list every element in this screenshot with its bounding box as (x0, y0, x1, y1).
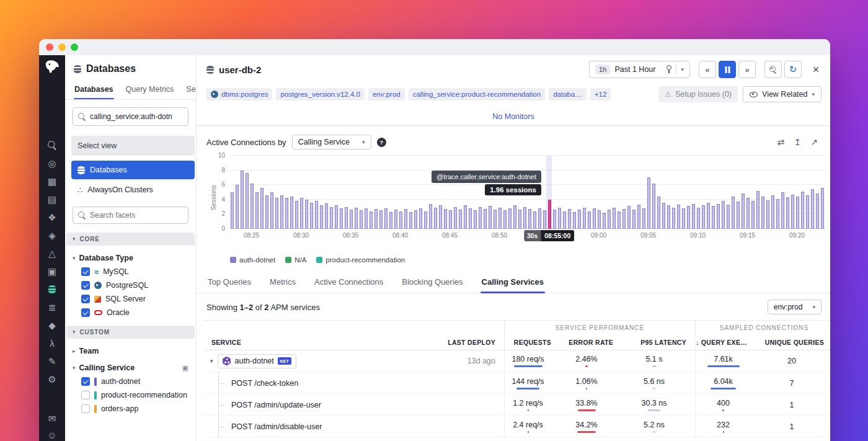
chart-bar[interactable] (618, 212, 621, 229)
ci-icon[interactable]: ▣ (46, 266, 58, 276)
chart-bar[interactable] (662, 203, 665, 229)
chart-bar[interactable] (613, 208, 616, 229)
tab-metrics[interactable]: Metrics (268, 272, 297, 293)
chart-bar[interactable] (806, 195, 809, 229)
dashboards-icon[interactable]: ▦ (46, 176, 58, 186)
chart-bar[interactable] (513, 205, 516, 229)
chart-bar[interactable] (622, 209, 626, 229)
chart-bar[interactable] (821, 188, 824, 229)
chart-bar[interactable] (811, 189, 814, 229)
facet-item[interactable]: ≈MySQL (81, 267, 188, 276)
chart-bar[interactable] (285, 198, 288, 229)
chart-bar[interactable] (771, 195, 774, 229)
column-header-p95-latency[interactable]: P95 LATENCY (622, 334, 695, 350)
chart-bar[interactable] (766, 200, 769, 229)
chart-bar[interactable] (360, 210, 363, 229)
checkbox[interactable] (81, 295, 90, 303)
chart-bar[interactable] (558, 208, 561, 229)
chart-bar[interactable] (756, 191, 760, 229)
chart-bar[interactable] (320, 205, 323, 229)
chart-bar[interactable] (761, 197, 764, 229)
facet-item[interactable]: orders-app (81, 404, 188, 413)
chart-bar[interactable] (498, 208, 502, 229)
chart-bar[interactable] (325, 203, 328, 229)
tab-top-queries[interactable]: Top Queries (206, 272, 252, 293)
endpoint-name[interactable]: POST /check-token (231, 379, 298, 388)
chart-bar[interactable] (727, 205, 730, 229)
chart-bar[interactable] (588, 212, 591, 229)
close-panel-button[interactable]: × (809, 63, 823, 76)
fullscreen-icon[interactable]: ↗ (810, 137, 818, 147)
chart-bar[interactable] (717, 204, 720, 229)
infrastructure-icon[interactable]: ❖ (46, 212, 58, 222)
security-icon[interactable]: ◆ (46, 320, 58, 330)
datadog-logo[interactable] (43, 58, 61, 78)
chart-bar[interactable] (796, 197, 799, 229)
refresh-button[interactable]: ↻ (784, 61, 802, 78)
chart-bar[interactable] (508, 208, 512, 229)
checkbox[interactable] (81, 404, 90, 413)
chart-bar[interactable] (424, 212, 427, 229)
chart-bar[interactable] (444, 209, 447, 229)
checkbox[interactable] (81, 267, 90, 276)
pin-icon[interactable] (666, 65, 671, 74)
table-row[interactable]: POST /check-token144 req/s1.06%5.6 ns6.0… (204, 372, 830, 394)
facet-item[interactable]: auth-dotnet (81, 377, 188, 386)
logs-icon[interactable]: ≣ (46, 302, 58, 312)
tag[interactable]: dbms:postgres (206, 88, 272, 100)
chart-bar[interactable] (583, 208, 586, 229)
user-icon[interactable]: ☺ (46, 430, 58, 440)
chart-bar[interactable] (439, 205, 442, 229)
maximize-window-button[interactable] (71, 43, 78, 51)
tab-databases[interactable]: Databases (74, 81, 114, 99)
chart-bar[interactable] (702, 205, 705, 229)
column-header-unique-queries[interactable]: UNIQUE QUERIES (760, 334, 830, 350)
forward-button[interactable]: » (738, 61, 756, 78)
facet-item[interactable]: product-recommendation (81, 391, 188, 399)
chart-bar[interactable] (687, 206, 690, 229)
facet-item[interactable]: SQL Server (81, 295, 188, 303)
tab-query-metrics[interactable]: Query Metrics (125, 81, 175, 99)
zoom-out-button[interactable] (764, 61, 782, 78)
column-header-requests[interactable]: REQUESTS (504, 334, 560, 350)
chart-bar[interactable] (265, 195, 268, 229)
chart-bar[interactable] (627, 206, 631, 229)
chart-bar[interactable] (365, 208, 368, 229)
chart-bar[interactable] (231, 192, 234, 229)
database-search-input[interactable] (90, 112, 183, 121)
chart-bar[interactable] (642, 208, 645, 229)
checkbox[interactable] (81, 281, 90, 290)
chart-bar[interactable] (370, 212, 373, 229)
chart-bar[interactable] (568, 209, 571, 229)
chart-bar[interactable] (290, 197, 293, 229)
chart-bar[interactable] (667, 205, 670, 229)
chart-bar[interactable] (469, 208, 472, 229)
notebooks-icon[interactable]: ✎ (46, 356, 58, 366)
chart-bar[interactable] (563, 212, 566, 229)
facet-item[interactable]: PostgreSQL (81, 281, 188, 290)
chart-bar[interactable] (781, 192, 784, 229)
chart-bar[interactable] (692, 204, 695, 229)
sessions-chart-plot[interactable]: 30s08:55:00@trace.caller.service:auth-do… (230, 156, 825, 229)
databases-icon[interactable] (46, 284, 58, 294)
chart-bar[interactable] (394, 210, 397, 229)
view-item-databases[interactable]: Databases (71, 161, 195, 179)
minimize-window-button[interactable] (58, 43, 66, 51)
chart-bar[interactable] (548, 200, 551, 229)
chart-bar[interactable] (528, 209, 531, 229)
serverless-icon[interactable]: λ (46, 338, 58, 348)
chart-bar[interactable] (737, 202, 740, 229)
endpoint-name[interactable]: POST /admin/update-user (231, 401, 321, 409)
chart-bar[interactable] (399, 212, 402, 229)
chart-bar[interactable] (315, 201, 318, 229)
apm-icon[interactable]: ◈ (46, 230, 58, 240)
view-item-alwayson-clusters[interactable]: ∴ AlwaysOn Clusters (71, 180, 195, 199)
chart-bar[interactable] (404, 209, 407, 229)
time-range-picker[interactable]: 1h Past 1 Hour ▾ (589, 61, 690, 78)
chart-bar[interactable] (682, 208, 685, 229)
table-row[interactable]: POST /admin/disable-user2.4 req/s34.2%5.… (204, 416, 830, 437)
chart-bar[interactable] (722, 201, 725, 229)
chart-bar[interactable] (503, 210, 507, 229)
help-chat-icon[interactable]: ✉ (46, 413, 58, 423)
chart-bar[interactable] (816, 194, 819, 229)
